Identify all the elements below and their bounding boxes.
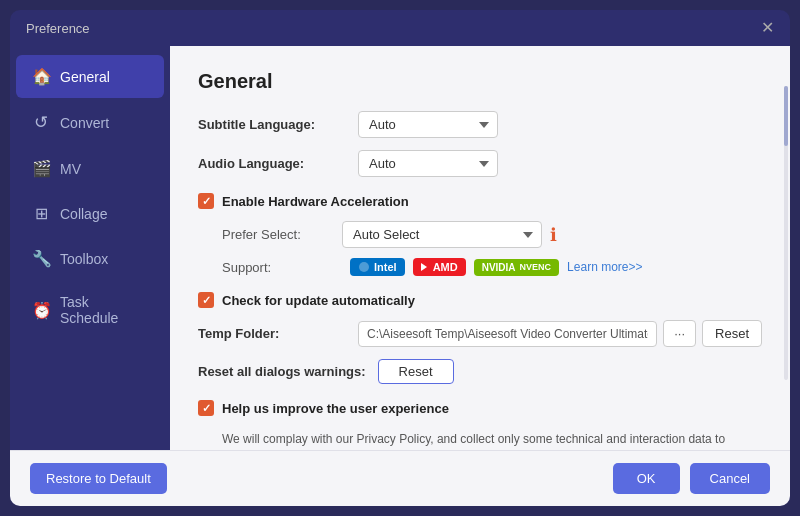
content-area: 🏠 General ↺ Convert 🎬 MV ⊞ Collage 🔧 Too… <box>10 46 790 450</box>
learn-more-link[interactable]: Learn more>> <box>567 260 642 274</box>
reset-dialogs-row: Reset all dialogs warnings: Reset <box>198 359 762 384</box>
scrollbar-thumb[interactable] <box>784 86 788 146</box>
hardware-acceleration-section: Enable Hardware Acceleration <box>198 193 762 209</box>
main-panel: General Subtitle Language: Auto English … <box>170 46 790 450</box>
home-icon: 🏠 <box>32 67 50 86</box>
improve-label: Help us improve the user experience <box>222 401 449 416</box>
subtitle-language-row: Subtitle Language: Auto English Chinese <box>198 111 762 138</box>
temp-folder-row: Temp Folder: ··· Reset <box>198 320 762 347</box>
hardware-acceleration-checkbox[interactable] <box>198 193 214 209</box>
prefer-select-row: Prefer Select: Auto Select Intel AMD NVI… <box>198 221 762 248</box>
temp-folder-input[interactable] <box>358 321 657 347</box>
sidebar-item-collage[interactable]: ⊞ Collage <box>16 192 164 235</box>
improve-checkbox[interactable] <box>198 400 214 416</box>
panel-title: General <box>198 70 762 93</box>
browse-button[interactable]: ··· <box>663 320 696 347</box>
collage-icon: ⊞ <box>32 204 50 223</box>
prefer-select-dropdown[interactable]: Auto Select Intel AMD NVIDIA <box>342 221 542 248</box>
audio-language-label: Audio Language: <box>198 156 358 171</box>
svg-point-0 <box>359 262 369 272</box>
subtitle-language-select[interactable]: Auto English Chinese <box>358 111 498 138</box>
cancel-button[interactable]: Cancel <box>690 463 770 494</box>
preference-dialog: Preference ✕ 🏠 General ↺ Convert 🎬 MV ⊞ … <box>10 10 790 506</box>
footer: Restore to Default OK Cancel <box>10 450 790 506</box>
support-label: Support: <box>222 260 342 275</box>
hardware-acceleration-label: Enable Hardware Acceleration <box>222 194 409 209</box>
sidebar-label-toolbox: Toolbox <box>60 251 108 267</box>
sidebar-label-general: General <box>60 69 110 85</box>
prefer-select-label: Prefer Select: <box>222 227 342 242</box>
audio-language-select[interactable]: Auto English Chinese <box>358 150 498 177</box>
subtitle-language-label: Subtitle Language: <box>198 117 358 132</box>
dialog-title: Preference <box>26 21 90 36</box>
temp-folder-label: Temp Folder: <box>198 326 358 341</box>
sidebar-label-convert: Convert <box>60 115 109 131</box>
improve-text: We will complay with our Privacy Policy,… <box>222 430 762 450</box>
convert-icon: ↺ <box>32 112 50 133</box>
improve-section: Help us improve the user experience <box>198 400 762 416</box>
intel-chip: Intel <box>350 258 405 276</box>
reset-dialogs-button[interactable]: Reset <box>378 359 454 384</box>
sidebar-item-mv[interactable]: 🎬 MV <box>16 147 164 190</box>
sidebar-item-general[interactable]: 🏠 General <box>16 55 164 98</box>
footer-buttons: OK Cancel <box>613 463 770 494</box>
mv-icon: 🎬 <box>32 159 50 178</box>
nvidia-chip: NVIDIANVENC <box>474 259 559 276</box>
auto-update-label: Check for update automatically <box>222 293 415 308</box>
amd-chip: AMD <box>413 258 466 276</box>
reset-dialogs-label: Reset all dialogs warnings: <box>198 364 366 379</box>
sidebar-label-collage: Collage <box>60 206 107 222</box>
title-bar: Preference ✕ <box>10 10 790 46</box>
auto-update-section: Check for update automatically <box>198 292 762 308</box>
amd-arrow-icon <box>421 263 427 271</box>
restore-default-button[interactable]: Restore to Default <box>30 463 167 494</box>
audio-language-row: Audio Language: Auto English Chinese <box>198 150 762 177</box>
auto-update-checkbox[interactable] <box>198 292 214 308</box>
sidebar-item-task-schedule[interactable]: ⏰ Task Schedule <box>16 282 164 338</box>
close-button[interactable]: ✕ <box>761 20 774 36</box>
improve-text-content: We will complay with our Privacy Policy,… <box>222 432 725 450</box>
temp-reset-button[interactable]: Reset <box>702 320 762 347</box>
sidebar-label-mv: MV <box>60 161 81 177</box>
toolbox-icon: 🔧 <box>32 249 50 268</box>
ok-button[interactable]: OK <box>613 463 680 494</box>
intel-logo-icon <box>358 261 370 273</box>
schedule-icon: ⏰ <box>32 301 50 320</box>
sidebar-item-toolbox[interactable]: 🔧 Toolbox <box>16 237 164 280</box>
sidebar-item-convert[interactable]: ↺ Convert <box>16 100 164 145</box>
support-row: Support: Intel AMD NVIDIANVENC Learn mor… <box>198 258 762 276</box>
sidebar: 🏠 General ↺ Convert 🎬 MV ⊞ Collage 🔧 Too… <box>10 46 170 450</box>
scrollbar[interactable] <box>784 86 788 380</box>
sidebar-label-task-schedule: Task Schedule <box>60 294 148 326</box>
info-icon[interactable]: ℹ <box>550 224 557 246</box>
